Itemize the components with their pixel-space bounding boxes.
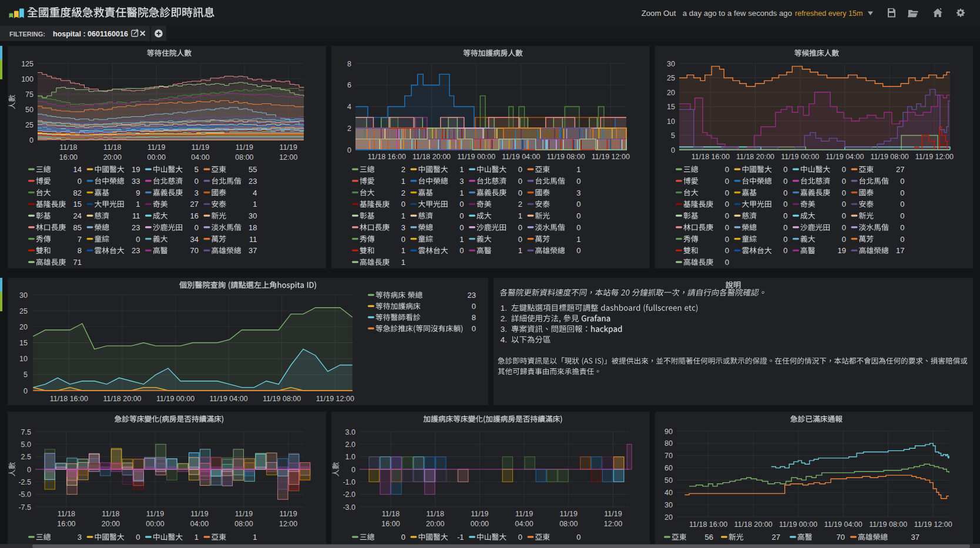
svg-text:00:00: 00:00	[471, 520, 489, 528]
svg-text:2.0: 2.0	[345, 441, 355, 449]
svg-text:11/19 04:00: 11/19 04:00	[824, 520, 862, 529]
svg-text:2.: 2.	[501, 314, 507, 323]
svg-text:5: 5	[24, 371, 28, 379]
svg-text:125: 125	[21, 60, 33, 68]
svg-text:11/19: 11/19	[515, 510, 533, 518]
svg-text:2: 2	[347, 125, 351, 133]
svg-text:11/19 08:00: 11/19 08:00	[869, 520, 907, 529]
svg-text:27: 27	[190, 200, 199, 209]
svg-text:40: 40	[664, 489, 673, 497]
svg-text:16:00: 16:00	[59, 153, 78, 162]
svg-text:2: 2	[518, 200, 522, 209]
svg-text:04:00: 04:00	[191, 153, 209, 162]
svg-text:10: 10	[19, 355, 28, 363]
svg-text:11/19: 11/19	[604, 510, 622, 518]
svg-text:0: 0	[194, 177, 199, 186]
svg-text:0: 0	[459, 246, 464, 255]
svg-text:20: 20	[19, 323, 28, 331]
svg-text:1: 1	[401, 246, 405, 255]
svg-text:refreshed every 15m: refreshed every 15m	[795, 9, 863, 18]
svg-text:5: 5	[671, 132, 675, 140]
svg-text:0: 0	[29, 136, 33, 144]
svg-text:20: 20	[667, 89, 675, 97]
svg-text:0: 0	[842, 235, 846, 244]
svg-text:0: 0	[842, 177, 846, 186]
svg-text:11/18: 11/18	[103, 143, 121, 152]
svg-text:0: 0	[842, 165, 846, 174]
svg-text:1: 1	[518, 211, 522, 220]
svg-text:-3.0: -3.0	[343, 503, 355, 512]
svg-text:0: 0	[900, 211, 904, 220]
svg-text:11/18 20:00: 11/18 20:00	[412, 153, 451, 161]
svg-text:27: 27	[896, 165, 904, 174]
svg-text:1: 1	[518, 246, 522, 255]
svg-text:71: 71	[73, 258, 82, 267]
svg-text:11/18: 11/18	[102, 510, 119, 518]
svg-text:0: 0	[842, 211, 846, 220]
svg-text:20: 20	[664, 513, 673, 522]
svg-text:7: 7	[78, 235, 82, 244]
svg-text:1: 1	[401, 177, 405, 186]
svg-text:04:00: 04:00	[515, 520, 533, 528]
svg-text:11/19 04:00: 11/19 04:00	[210, 395, 248, 403]
svg-text:11/18 20:00: 11/18 20:00	[103, 395, 141, 403]
svg-text:0: 0	[900, 223, 904, 232]
svg-text:0: 0	[351, 466, 355, 474]
svg-text:0: 0	[900, 177, 904, 186]
svg-text:70: 70	[190, 246, 199, 255]
svg-text:11/18 20:00: 11/18 20:00	[736, 153, 774, 161]
svg-text:11/19 00:00: 11/19 00:00	[457, 153, 495, 161]
svg-text:6: 6	[347, 81, 351, 89]
svg-text:1: 1	[401, 258, 405, 267]
svg-text:1: 1	[401, 211, 405, 220]
svg-text:11/19: 11/19	[280, 143, 297, 152]
svg-text:0: 0	[725, 165, 729, 174]
svg-text:0: 0	[671, 146, 675, 154]
svg-text:0: 0	[900, 200, 904, 209]
svg-text:-2.0: -2.0	[343, 490, 355, 499]
svg-text:11: 11	[132, 211, 140, 220]
svg-text:17: 17	[896, 246, 904, 255]
svg-text:15: 15	[19, 339, 28, 347]
svg-text:23: 23	[468, 291, 476, 300]
svg-text:4: 4	[347, 103, 351, 111]
svg-text:70: 70	[664, 452, 673, 460]
svg-text:0: 0	[472, 302, 476, 311]
svg-text:0: 0	[725, 235, 729, 244]
svg-text:11/18: 11/18	[382, 510, 400, 518]
svg-text:20:00: 20:00	[103, 153, 122, 162]
svg-text:0: 0	[136, 533, 140, 542]
svg-text:8: 8	[78, 246, 82, 255]
svg-text:11/18 20:00: 11/18 20:00	[734, 520, 773, 529]
svg-text:11/19: 11/19	[279, 510, 297, 518]
svg-text:0: 0	[24, 387, 28, 395]
svg-text:11/19: 11/19	[471, 510, 488, 518]
svg-text:a day ago to a few seconds ago: a day ago to a few seconds ago	[683, 9, 792, 18]
svg-text:0: 0	[783, 211, 787, 220]
svg-text:11/18: 11/18	[427, 510, 444, 518]
svg-text:1: 1	[576, 165, 580, 174]
svg-text:30: 30	[664, 501, 673, 509]
svg-text:27: 27	[772, 533, 780, 542]
svg-text:30: 30	[249, 211, 257, 220]
svg-text:20:00: 20:00	[426, 520, 444, 528]
svg-text:11/19 00:00: 11/19 00:00	[156, 395, 194, 403]
svg-text:11/19: 11/19	[146, 510, 164, 518]
svg-text:0: 0	[401, 235, 405, 244]
svg-text:11/19 04:00: 11/19 04:00	[825, 153, 864, 161]
svg-text:11/19 12:00: 11/19 12:00	[316, 395, 354, 403]
svg-text:3: 3	[194, 189, 199, 197]
svg-text:1.0: 1.0	[345, 453, 355, 461]
svg-text:-7.5: -7.5	[18, 503, 31, 512]
svg-text:11/19: 11/19	[236, 143, 253, 152]
svg-text:25: 25	[19, 307, 28, 315]
svg-text:0: 0	[842, 200, 846, 209]
svg-text:0: 0	[725, 223, 729, 232]
svg-text:0: 0	[136, 235, 140, 244]
svg-text:hospital : 0601160016: hospital : 0601160016	[53, 30, 128, 38]
svg-text:0: 0	[401, 200, 405, 209]
svg-text:50: 50	[664, 476, 673, 485]
svg-text:11/19 12:00: 11/19 12:00	[914, 520, 952, 529]
svg-text:0: 0	[518, 189, 522, 197]
svg-text:12:00: 12:00	[279, 153, 297, 162]
